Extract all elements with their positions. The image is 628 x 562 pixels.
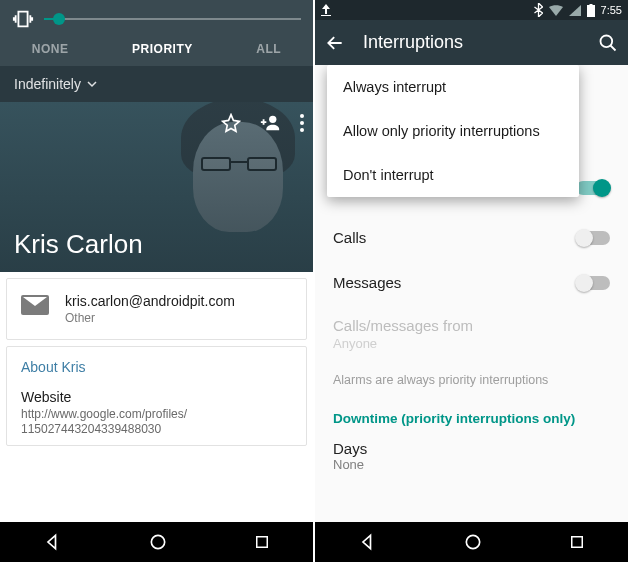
svg-rect-6 [321, 15, 331, 16]
nav-recents-icon[interactable] [568, 533, 586, 551]
email-card: kris.carlon@androidpit.com Other [6, 278, 307, 340]
volume-panel: NONE PRIORITY ALL [0, 0, 313, 66]
about-heading: About Kris [21, 359, 292, 375]
app-bar: Interruptions [315, 20, 628, 65]
right-screen: 7:55 Interruptions Always interrupt Allo… [313, 0, 628, 562]
svg-point-4 [151, 535, 164, 548]
nav-recents-icon[interactable] [253, 533, 271, 551]
website-label: Website [21, 389, 292, 405]
tab-priority[interactable]: PRIORITY [132, 42, 193, 56]
popup-dont-interrupt[interactable]: Don't interrupt [327, 153, 579, 197]
messages-row[interactable]: Messages [315, 260, 628, 305]
volume-slider[interactable] [44, 11, 301, 27]
clock-time: 7:55 [601, 4, 622, 16]
interruption-tabs: NONE PRIORITY ALL [0, 34, 313, 66]
calls-toggle[interactable] [576, 231, 610, 245]
nav-bar [0, 522, 313, 562]
email-icon [21, 295, 49, 315]
popup-priority-only[interactable]: Allow only priority interruptions [327, 109, 579, 153]
svg-point-9 [601, 35, 613, 47]
search-icon[interactable] [598, 33, 618, 53]
vibrate-icon [12, 8, 34, 30]
downtime-heading: Downtime (priority interruptions only) [315, 403, 628, 436]
duration-dropdown[interactable]: Indefinitely [0, 66, 313, 102]
status-bar: 7:55 [315, 0, 628, 20]
contact-name: Kris Carlon [14, 229, 143, 260]
svg-point-2 [300, 121, 304, 125]
events-toggle[interactable] [576, 181, 610, 195]
svg-rect-7 [587, 5, 595, 17]
messages-label: Messages [333, 274, 401, 291]
chevron-down-icon [87, 79, 97, 89]
nav-home-icon[interactable] [463, 532, 483, 552]
interruption-mode-popup: Always interrupt Allow only priority int… [327, 65, 579, 197]
svg-rect-11 [571, 537, 582, 548]
tab-none[interactable]: NONE [32, 42, 69, 56]
nav-bar [315, 522, 628, 562]
wifi-icon [549, 5, 563, 16]
email-address: kris.carlon@androidpit.com [65, 293, 235, 309]
from-value: Anyone [315, 336, 628, 365]
back-arrow-icon[interactable] [325, 33, 345, 53]
days-row[interactable]: Days None [315, 436, 628, 482]
signal-icon [569, 5, 581, 16]
star-icon[interactable] [221, 113, 241, 133]
contact-hero: Kris Carlon [0, 102, 313, 272]
svg-point-3 [300, 128, 304, 132]
add-person-icon[interactable] [259, 112, 281, 134]
appbar-title: Interruptions [363, 32, 580, 53]
email-type-label: Other [65, 311, 235, 325]
website-url[interactable]: http://www.google.com/profiles/ 11502744… [21, 407, 292, 437]
days-label: Days [333, 440, 610, 457]
left-screen: NONE PRIORITY ALL Indefinitely [0, 0, 313, 562]
svg-point-10 [466, 535, 479, 548]
nav-home-icon[interactable] [148, 532, 168, 552]
from-label: Calls/messages from [315, 305, 628, 336]
days-value: None [333, 457, 610, 472]
about-card: About Kris Website http://www.google.com… [6, 346, 307, 446]
upload-icon [321, 4, 331, 16]
email-row[interactable]: kris.carlon@androidpit.com Other [7, 279, 306, 339]
overflow-menu-icon[interactable] [299, 113, 305, 133]
bluetooth-icon [534, 3, 543, 17]
settings-body: Always interrupt Allow only priority int… [315, 65, 628, 522]
duration-label: Indefinitely [14, 76, 81, 92]
svg-point-0 [269, 116, 276, 123]
svg-rect-8 [589, 4, 592, 6]
battery-icon [587, 4, 595, 17]
alarm-note: Alarms are always priority interruptions [315, 365, 628, 403]
popup-always-interrupt[interactable]: Always interrupt [327, 65, 579, 109]
calls-label: Calls [333, 229, 366, 246]
nav-back-icon[interactable] [43, 532, 63, 552]
messages-toggle[interactable] [576, 276, 610, 290]
calls-row[interactable]: Calls [315, 215, 628, 260]
svg-point-1 [300, 114, 304, 118]
nav-back-icon[interactable] [358, 532, 378, 552]
svg-rect-5 [256, 537, 267, 548]
tab-all[interactable]: ALL [256, 42, 281, 56]
